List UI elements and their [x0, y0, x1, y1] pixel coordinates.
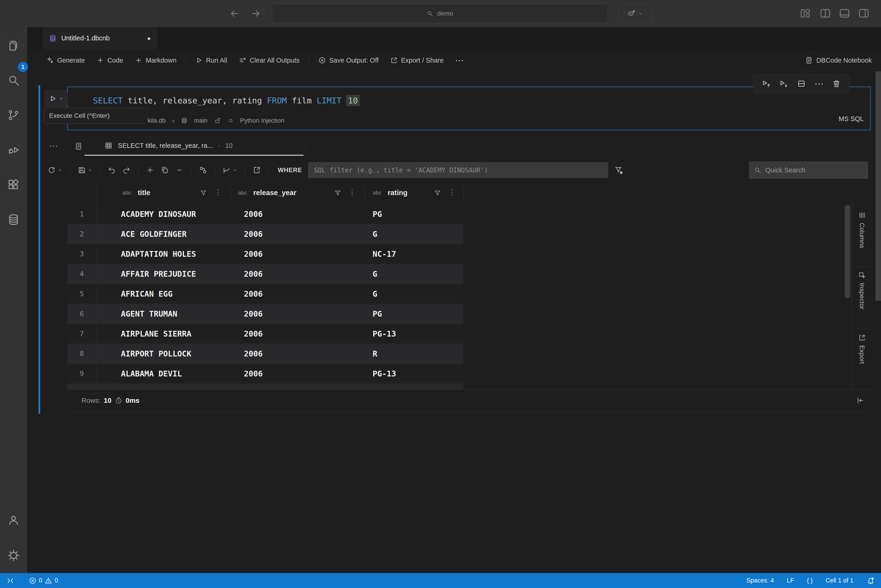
copilot-menu-button[interactable] [618, 4, 652, 23]
cell-rating[interactable]: PG-13 [373, 324, 396, 344]
add-code-cell-button[interactable]: Code [93, 56, 127, 64]
cell-rating[interactable]: PG [373, 304, 382, 324]
run-all-button[interactable]: Run All [191, 56, 231, 64]
save-output-toggle[interactable]: Save Output: Off [314, 56, 382, 64]
delete-cell-icon[interactable] [832, 79, 841, 88]
sidebar-item-database[interactable] [0, 206, 27, 233]
generate-button[interactable]: Generate [42, 56, 89, 64]
cell-rating[interactable]: G [373, 264, 377, 284]
export-results-icon[interactable] [253, 166, 261, 174]
export-share-button[interactable]: Export / Share [386, 56, 447, 64]
sidebar-item-source-control[interactable] [0, 101, 27, 129]
breadcrumb-database[interactable]: kila.db [148, 117, 165, 124]
table-row[interactable]: 8 AIRPORT POLLOCK 2006 R [67, 344, 463, 364]
delete-row-icon[interactable] [175, 166, 184, 174]
add-row-icon[interactable] [146, 166, 155, 174]
table-row[interactable]: 5 AFRICAN EGG 2006 G [67, 284, 463, 304]
notebook-kind-button[interactable]: DBCode Notebook [805, 56, 872, 64]
duplicate-row-icon[interactable] [160, 166, 169, 174]
table-row[interactable]: 2 ACE GOLDFINGER 2006 G [67, 224, 463, 244]
cell-release-year[interactable]: 2006 [244, 284, 263, 304]
run-above-icon[interactable] [762, 79, 771, 88]
table-row[interactable]: 9 ALABAMA DEVIL 2006 PG-13 [67, 364, 463, 384]
sql-dialect-label[interactable]: MS SQL [839, 115, 864, 123]
problems-indicator[interactable]: 0 0 [29, 573, 58, 588]
output-notebook-view-icon[interactable] [74, 142, 83, 151]
collapse-panel-icon[interactable] [855, 396, 865, 405]
remote-indicator[interactable] [6, 573, 15, 588]
execute-cell-button[interactable] [45, 90, 68, 107]
eol-indicator[interactable]: LF [787, 577, 794, 584]
sql-code-line[interactable]: SELECT title, release_year, rating FROM … [93, 96, 359, 105]
nav-back-icon[interactable] [230, 9, 239, 18]
column-menu-icon[interactable]: ⋮ [349, 189, 356, 195]
toggle-panel-icon[interactable] [839, 8, 850, 19]
table-row[interactable]: 6 AGENT TRUMAN 2006 PG [67, 304, 463, 324]
filter-funnel-icon[interactable] [434, 189, 441, 197]
account-button[interactable] [0, 506, 27, 534]
notifications-bell-icon[interactable] [866, 576, 875, 585]
toggle-primary-sidebar-icon[interactable] [819, 8, 831, 19]
indent-indicator[interactable]: Spaces: 4 [746, 577, 774, 584]
sidebar-item-run-debug[interactable] [0, 136, 27, 164]
toggle-secondary-sidebar-icon[interactable] [858, 8, 869, 19]
relations-icon[interactable] [199, 166, 207, 174]
cell-rating[interactable]: R [373, 344, 377, 364]
cell-release-year[interactable]: 2006 [244, 224, 263, 244]
clear-all-outputs-button[interactable]: Clear All Outputs [235, 56, 303, 64]
command-center-search[interactable]: demo [272, 4, 608, 23]
column-header-rating[interactable]: rating [388, 189, 407, 197]
toolbar-more-icon[interactable]: ⋯ [451, 56, 468, 64]
table-row[interactable]: 7 AIRPLANE SIERRA 2006 PG-13 [67, 324, 463, 344]
chart-button[interactable] [223, 166, 238, 174]
output-more-icon[interactable]: ⋯ [49, 141, 58, 150]
cell-title[interactable]: ACADEMY DINOSAUR [121, 204, 196, 224]
breadcrumb-mode[interactable]: Python Injection [240, 117, 284, 124]
filter-funnel-icon[interactable] [334, 189, 341, 197]
quick-search-box[interactable] [749, 161, 868, 179]
cell-title[interactable]: AIRPORT POLLOCK [121, 344, 191, 364]
cell-release-year[interactable]: 2006 [244, 204, 263, 224]
column-header-title[interactable]: title [138, 189, 150, 197]
tab-inspector[interactable]: Inspector [853, 267, 870, 329]
cell-title[interactable]: ALABAMA DEVIL [121, 364, 182, 384]
unlock-icon[interactable] [214, 117, 221, 124]
undo-icon[interactable] [107, 166, 116, 174]
breadcrumb-schema[interactable]: main [194, 117, 207, 124]
cell-release-year[interactable]: 2006 [244, 364, 263, 384]
table-row[interactable]: 4 AFFAIR PREJUDICE 2006 G [67, 264, 463, 284]
sql-cell[interactable]: SELECT title, release_year, rating FROM … [67, 87, 870, 130]
cell-release-year[interactable]: 2006 [244, 304, 263, 324]
sidebar-item-extensions[interactable] [0, 171, 27, 198]
split-cell-icon[interactable] [797, 79, 806, 88]
cell-release-year[interactable]: 2006 [244, 324, 263, 344]
brackets-indicator[interactable]: { } [807, 577, 813, 584]
apply-filter-icon[interactable] [614, 165, 623, 175]
quick-search-input[interactable] [765, 166, 853, 174]
column-header-release-year[interactable]: release_year [253, 189, 296, 197]
tab-columns[interactable]: Columns [853, 207, 870, 267]
run-below-icon[interactable] [779, 79, 788, 88]
cell-rating[interactable]: NC-17 [373, 244, 396, 264]
cell-more-icon[interactable]: ⋯ [815, 79, 824, 88]
cell-title[interactable]: AFRICAN EGG [121, 284, 173, 304]
tab-export[interactable]: Export [853, 329, 870, 387]
refresh-button[interactable] [47, 166, 62, 174]
column-menu-icon[interactable]: ⋮ [448, 189, 456, 195]
cell-title[interactable]: AFFAIR PREJUDICE [121, 264, 196, 284]
table-row[interactable]: 1 ACADEMY DINOSAUR 2006 PG [67, 204, 463, 224]
filter-funnel-icon[interactable] [200, 189, 207, 197]
add-markdown-cell-button[interactable]: Markdown [131, 56, 180, 64]
cell-rating[interactable]: G [373, 284, 377, 304]
cell-rating[interactable]: G [373, 224, 377, 244]
result-set-tab[interactable]: SELECT title, release_year, ra... · 10 [84, 136, 304, 156]
cell-title[interactable]: AGENT TRUMAN [121, 304, 177, 324]
column-menu-icon[interactable]: ⋮ [215, 189, 221, 195]
save-results-button[interactable] [77, 166, 92, 174]
cell-title[interactable]: ADAPTATION HOLES [121, 244, 196, 264]
cell-release-year[interactable]: 2006 [244, 244, 263, 264]
editor-scrollbar[interactable] [875, 72, 881, 301]
cell-title[interactable]: AIRPLANE SIERRA [121, 324, 191, 344]
cell-rating[interactable]: PG-13 [373, 364, 396, 384]
customize-layout-icon[interactable] [800, 8, 811, 19]
